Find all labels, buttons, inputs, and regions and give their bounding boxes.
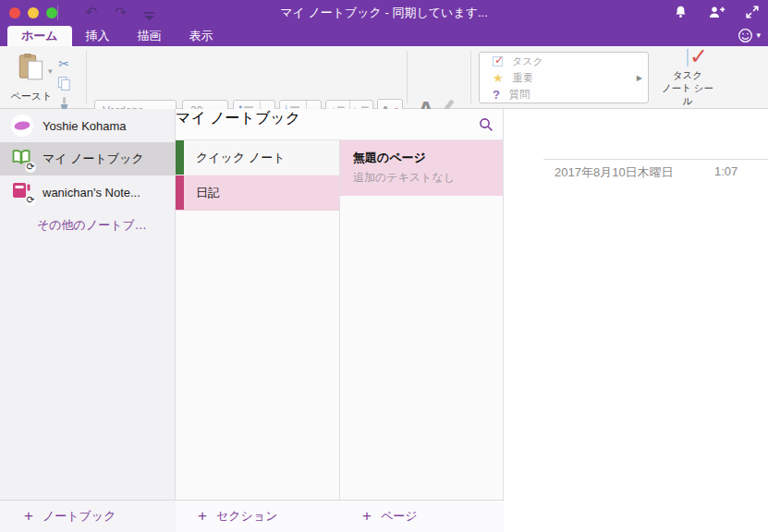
user-avatar	[11, 115, 33, 137]
page-item-untitled[interactable]: 無題のページ 追加のテキストなし	[340, 140, 503, 196]
ribbon-group-divider	[470, 51, 471, 103]
task-seal-check-icon: ✓	[687, 49, 689, 66]
search-icon[interactable]	[479, 117, 494, 132]
question-mark-icon: ?	[493, 88, 500, 102]
task-seal-label-line2: ノート シール	[658, 82, 717, 108]
account-name: Yoshie Kohama	[43, 119, 127, 133]
cut-button[interactable]: ✂	[55, 55, 72, 71]
notebook-list-header: マイ ノートブック	[176, 109, 504, 140]
star-icon: ★	[493, 71, 504, 85]
sync-icon: ⟳	[25, 162, 36, 173]
sidebar-item-account[interactable]: Yoshie Kohama	[0, 109, 176, 142]
section-name: 日記	[196, 185, 220, 201]
add-notebook-label: ノートブック	[43, 508, 116, 525]
ribbon-home: ▾ ペースト ✂ Verdana ▾ 20 ▾ ▾	[0, 46, 768, 109]
copy-icon	[57, 76, 71, 91]
chevron-down-icon: ▾	[756, 31, 761, 40]
tag-label: 質問	[509, 88, 530, 102]
main-area: Yoshie Kohama ⟳ マイ ノートブック ⟳ wanichan's N…	[0, 109, 768, 532]
section-name: クイック ノート	[196, 150, 285, 166]
task-checkbox-icon: ✓	[493, 56, 503, 66]
sidebar-item-wanichan-notebook[interactable]: ⟳ wanichan's Note...	[0, 175, 176, 209]
task-seal-label-line1: タスク	[658, 69, 717, 82]
tab-insert[interactable]: 挿入	[72, 26, 124, 46]
add-notebook-button[interactable]: + ノートブック	[0, 500, 176, 532]
tag-item-important[interactable]: ★ 重要	[493, 70, 648, 86]
onenote-window: ↶ ↷ マイ ノートブック - 同期しています... ホーム 挿入 描画 表示	[0, 0, 768, 532]
ribbon-group-divider	[407, 51, 408, 103]
add-section-button[interactable]: + セクション	[176, 500, 340, 532]
notebook-name: マイ ノートブック	[43, 151, 144, 167]
page-datetime: 2017年8月10日木曜日 1:07	[504, 164, 768, 181]
gallery-expand-arrow-icon[interactable]: ▶	[637, 74, 642, 82]
tag-gallery: ✓ タスク ★ 重要 ? 質問 ▶	[479, 52, 649, 103]
plus-icon: +	[198, 507, 207, 526]
paste-label: ペースト	[4, 90, 59, 103]
page-item-preview: 追加のテキストなし	[353, 170, 455, 186]
window-title: マイ ノートブック - 同期しています...	[0, 0, 768, 26]
section-item-diary[interactable]: 日記	[176, 175, 339, 211]
plus-icon: +	[362, 507, 372, 526]
page-item-title: 無題のページ	[353, 150, 426, 166]
ribbon-tab-strip: ホーム 挿入 描画 表示 ▾	[0, 26, 768, 46]
add-section-label: セクション	[216, 508, 278, 525]
copy-button[interactable]	[55, 76, 72, 91]
page-list: 無題のページ 追加のテキストなし	[340, 140, 504, 532]
fullscreen-expand-icon[interactable]	[746, 6, 759, 18]
tab-draw[interactable]: 描画	[124, 26, 176, 46]
notifications-bell-icon[interactable]	[674, 5, 688, 19]
tag-label: タスク	[512, 54, 543, 68]
notebook-sidebar: Yoshie Kohama ⟳ マイ ノートブック ⟳ wanichan's N…	[0, 109, 176, 532]
tab-home[interactable]: ホーム	[7, 26, 72, 46]
plus-icon: +	[24, 507, 33, 526]
open-notebook-icon: ⟳	[11, 148, 33, 170]
paste-button[interactable]: ▾ ペースト	[7, 53, 55, 103]
clipboard-paste-icon	[17, 53, 46, 80]
list-header-title: マイ ノートブック	[176, 110, 300, 126]
closed-notebook-icon: ⟳	[11, 181, 33, 203]
tag-label: 重要	[513, 71, 533, 85]
share-add-person-icon[interactable]	[708, 6, 725, 19]
section-item-quick-notes[interactable]: クイック ノート	[176, 140, 339, 175]
notebook-name: wanichan's Note...	[43, 186, 140, 200]
titlebar: ↶ ↷ マイ ノートブック - 同期しています...	[0, 0, 768, 26]
page-time: 1:07	[714, 164, 738, 178]
paste-dropdown-caret-icon[interactable]: ▾	[48, 67, 53, 76]
tag-item-task[interactable]: ✓ タスク	[493, 54, 648, 69]
add-page-label: ページ	[381, 508, 418, 525]
tag-item-question[interactable]: ? 質問	[493, 87, 648, 103]
sidebar-item-more-notebooks[interactable]: その他のノートブ…	[0, 209, 176, 242]
section-color-bar	[176, 140, 184, 175]
tab-view[interactable]: 表示	[176, 26, 227, 46]
task-note-seal-button[interactable]: ✓ タスク ノート シール	[658, 50, 717, 105]
sidebar-item-my-notebook[interactable]: ⟳ マイ ノートブック	[0, 142, 176, 175]
ribbon-group-divider	[86, 51, 87, 103]
page-canvas[interactable]: 2017年8月10日木曜日 1:07	[504, 109, 768, 532]
add-page-button[interactable]: + ページ	[340, 500, 504, 532]
sync-icon: ⟳	[25, 195, 36, 206]
section-list: クイック ノート 日記	[176, 140, 340, 532]
page-date: 2017年8月10日木曜日	[555, 164, 674, 181]
section-color-bar	[176, 175, 184, 210]
page-title-underline	[543, 159, 768, 160]
feedback-smiley-button[interactable]: ▾	[738, 28, 761, 43]
more-notebooks-label: その他のノートブ…	[37, 217, 147, 234]
